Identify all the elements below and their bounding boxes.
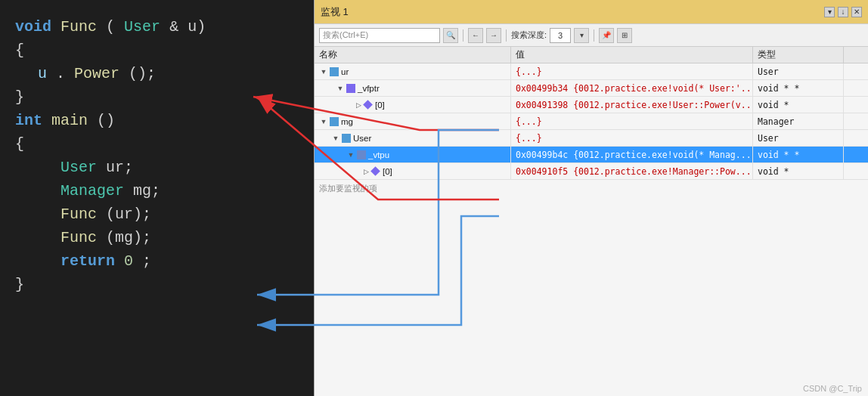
type-cell-mg: Manager: [753, 113, 844, 129]
code-line-2: {: [15, 39, 306, 62]
value-cell-mg-0: 0x004910f5 {0012.practice.exe!Manager::P…: [511, 163, 753, 179]
table-row-vfptr[interactable]: ▼ _vfptr 0x00499b34 {0012.practice.exe!v…: [315, 80, 868, 97]
depth-dropdown-button[interactable]: ▾: [574, 28, 589, 43]
type-cell-ur: User: [753, 63, 844, 79]
name-cell-vfptr: ▼ _vfptr: [315, 80, 511, 96]
code-panel: void Func ( User & u) { u . Power (); } …: [0, 0, 314, 396]
pin-icon-button[interactable]: 📌: [599, 28, 614, 43]
ptr-icon-vfptr: [346, 84, 355, 93]
func-call-ur: Func: [60, 206, 97, 223]
code-line-7: User ur;: [15, 156, 306, 179]
func-call-mg: Func: [60, 229, 97, 246]
watermark: CSDN @C_Trip: [803, 384, 862, 393]
nav-back-button[interactable]: ←: [468, 28, 483, 43]
watch-toolbar: 搜索(Ctrl+E) 🔍 ← → 搜索深度: 3 ▾ 📌 ⊞: [315, 24, 868, 47]
watch-table: 名称 值 类型 ▼ ur {...} User ▼ _vfptr 0x00499…: [315, 47, 868, 396]
name-cell-vtpu: ▼ _vtpu: [315, 147, 511, 162]
expand-icon-mg-user: ▼: [331, 134, 340, 143]
code-line-11: return 0 ;: [15, 249, 306, 273]
ptr-icon-vtpu: [357, 150, 366, 159]
col-header-type: 类型: [753, 47, 844, 63]
code-line-1: void Func ( User & u): [15, 15, 306, 39]
watch-titlebar: 监视 1 ▾ ↓ ✕: [315, 0, 868, 24]
keyword-void: void: [15, 18, 51, 36]
grid-icon-button[interactable]: ⊞: [617, 28, 632, 43]
func-name-func: Func: [60, 18, 97, 36]
diamond-icon-ur-0: [363, 100, 373, 110]
col-header-name: 名称: [315, 47, 511, 63]
search-button[interactable]: 🔍: [443, 28, 458, 43]
watch-panel: 监视 1 ▾ ↓ ✕ 搜索(Ctrl+E) 🔍 ← → 搜索深度: 3 ▾ 📌 …: [314, 0, 868, 396]
code-line-9: Func (ur);: [15, 203, 306, 226]
toolbar-sep-3: [594, 29, 594, 42]
param-u: u: [38, 65, 47, 82]
type-cell-ur-0: void *: [753, 97, 844, 113]
obj-icon-ur: [330, 67, 339, 76]
func-name-main: main: [51, 112, 88, 129]
name-cell-ur: ▼ ur: [315, 63, 511, 79]
expand-icon-ur-0: ▷: [354, 101, 363, 110]
name-cell-mg-0: ▷ [0]: [315, 163, 511, 179]
expand-icon-mg: ▼: [319, 117, 328, 126]
table-row-ur-0[interactable]: ▷ [0] 0x00491398 {0012.practice.exe!User…: [315, 97, 868, 113]
toolbar-sep-2: [506, 29, 507, 42]
expand-icon-mg-0: ▷: [361, 167, 370, 176]
table-row-mg-0[interactable]: ▷ [0] 0x004910f5 {0012.practice.exe!Mana…: [315, 163, 868, 180]
type-cell-vfptr: void * *: [753, 80, 844, 96]
code-line-3: u . Power ();: [15, 62, 306, 85]
expand-icon-vfptr: ▼: [336, 84, 345, 93]
value-cell-ur: {...}: [511, 63, 753, 79]
table-row-mg-user[interactable]: ▼ User {...} User: [315, 130, 868, 147]
expand-icon-vtpu: ▼: [346, 150, 355, 159]
expand-icon-ur: ▼: [319, 67, 328, 76]
keyword-int: int: [15, 112, 42, 129]
value-cell-mg-user: {...}: [511, 130, 753, 146]
value-cell-vtpu: 0x00499b4c {0012.practice.exe!void(* Man…: [511, 147, 753, 162]
watch-table-header: 名称 值 类型: [315, 47, 868, 63]
toolbar-sep-1: [463, 29, 463, 42]
value-cell-mg: {...}: [511, 113, 753, 129]
num-zero: 0: [124, 252, 133, 270]
code-line-12: }: [15, 273, 306, 296]
method-power: Power: [74, 65, 119, 82]
add-watch-label: 添加要监视的项: [319, 184, 377, 193]
type-manager: Manager: [60, 182, 124, 200]
code-line-6: {: [15, 132, 306, 156]
obj-icon-mg: [330, 117, 339, 126]
name-cell-mg: ▼ mg: [315, 113, 511, 129]
type-user-2: User: [60, 159, 97, 176]
depth-value[interactable]: 3: [550, 28, 571, 43]
table-row-ur[interactable]: ▼ ur {...} User: [315, 63, 868, 80]
float-button[interactable]: ↓: [838, 7, 848, 17]
keyword-return: return: [60, 252, 115, 270]
name-cell-mg-user: ▼ User: [315, 130, 511, 146]
nav-forward-button[interactable]: →: [486, 28, 501, 43]
type-cell-mg-0: void *: [753, 163, 844, 179]
value-cell-vfptr: 0x00499b34 {0012.practice.exe!void(* Use…: [511, 80, 753, 96]
code-line-8: Manager mg;: [15, 179, 306, 203]
table-row-vtpu[interactable]: ▼ _vtpu 0x00499b4c {0012.practice.exe!vo…: [315, 147, 868, 163]
watch-title: 监视 1: [321, 5, 349, 19]
type-user: User: [124, 18, 160, 36]
add-watch-row[interactable]: 添加要监视的项: [315, 180, 868, 197]
watch-title-buttons: ▾ ↓ ✕: [824, 7, 862, 17]
code-line-10: Func (mg);: [15, 226, 306, 249]
value-cell-ur-0: 0x00491398 {0012.practice.exe!User::Powe…: [511, 97, 753, 113]
type-cell-vtpu: void * *: [753, 147, 844, 162]
code-line-4: }: [15, 85, 306, 109]
close-watch-button[interactable]: ✕: [851, 7, 862, 17]
pin-window-button[interactable]: ▾: [824, 7, 835, 17]
obj-icon-mg-user: [342, 134, 351, 143]
type-cell-mg-user: User: [753, 130, 844, 146]
search-placeholder: 搜索(Ctrl+E): [323, 29, 368, 41]
name-cell-ur-0: ▷ [0]: [315, 97, 511, 113]
depth-label: 搜索深度:: [511, 29, 547, 41]
col-header-value: 值: [511, 47, 753, 63]
code-line-5: int main (): [15, 109, 306, 132]
search-box: 搜索(Ctrl+E): [319, 28, 440, 43]
table-row-mg[interactable]: ▼ mg {...} Manager: [315, 113, 868, 130]
diamond-icon-mg-0: [370, 166, 380, 176]
